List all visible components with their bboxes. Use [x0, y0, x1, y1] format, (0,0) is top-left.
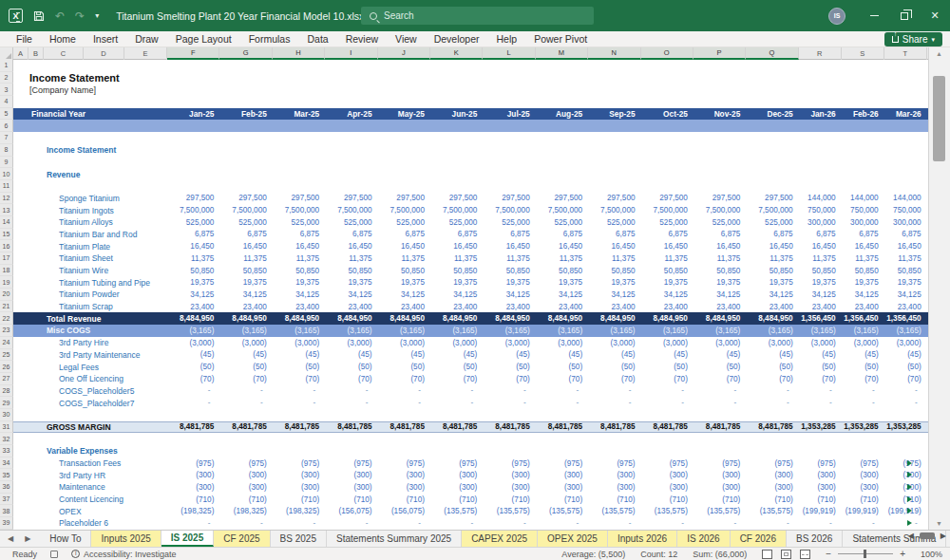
column-header-M[interactable]: M	[536, 47, 588, 60]
column-header-J[interactable]: J	[378, 47, 430, 60]
cell-H35[interactable]: (300)	[273, 471, 325, 479]
row-label-39[interactable]: Placeholder 6	[13, 518, 167, 528]
cell-H29[interactable]: -	[273, 399, 325, 407]
cell-I17[interactable]: 11,375	[325, 254, 377, 263]
column-header-D[interactable]: D	[84, 47, 124, 60]
cell-F15[interactable]: 6,875	[167, 230, 219, 238]
cell-K28[interactable]: -	[430, 386, 483, 395]
row-header-31[interactable]: 31	[0, 421, 13, 434]
cell-N39[interactable]: -	[588, 519, 640, 528]
accessibility-status[interactable]: Accessibility: Investigate	[71, 550, 177, 559]
cell-T17[interactable]: 11,375	[884, 254, 927, 263]
column-header-P[interactable]: P	[694, 47, 746, 60]
cell-I19[interactable]: 19,375	[325, 278, 377, 287]
cell-K22[interactable]: 8,484,950	[430, 314, 483, 323]
zoom-level[interactable]: 100%	[921, 550, 942, 559]
cell-H12[interactable]: 297,500	[273, 194, 325, 202]
cell-J24[interactable]: (3,000)	[378, 339, 430, 347]
hscroll-right-icon[interactable]: ▶	[940, 532, 946, 540]
cell-M19[interactable]: 19,375	[536, 278, 588, 287]
column-header-K[interactable]: K	[430, 47, 483, 60]
cell-M24[interactable]: (3,000)	[536, 339, 588, 347]
cell-M22[interactable]: 8,484,950	[536, 314, 588, 323]
cell-N24[interactable]: (3,000)	[588, 339, 640, 347]
row-label-2[interactable]: Income Statement	[13, 72, 167, 84]
cell-S18[interactable]: 50,850	[842, 267, 884, 275]
cell-N27[interactable]: (70)	[588, 375, 640, 383]
cell-T34[interactable]: (975)	[884, 459, 927, 468]
cell-F26[interactable]: (50)	[167, 363, 219, 371]
row-label-20[interactable]: Titanium Powder	[13, 289, 167, 299]
cell-G20[interactable]: 34,125	[219, 290, 272, 299]
cell-F23[interactable]: (3,165)	[167, 327, 219, 335]
row-label-14[interactable]: Titanium Alloys	[13, 217, 167, 227]
sheet-tab-inputs-2025[interactable]: Inputs 2025	[91, 531, 161, 547]
cell-N23[interactable]: (3,165)	[588, 327, 640, 335]
cell-I13[interactable]: 7,500,000	[325, 206, 377, 215]
cell-S25[interactable]: (45)	[842, 350, 884, 359]
cell-Q21[interactable]: 23,400	[746, 303, 798, 311]
row-label-29[interactable]: COGS_Placeholder7	[13, 399, 167, 408]
cell-F21[interactable]: 23,400	[167, 303, 219, 311]
column-header-O[interactable]: O	[641, 47, 694, 60]
cell-I25[interactable]: (45)	[325, 350, 377, 359]
cell-I22[interactable]: 8,484,950	[325, 314, 377, 323]
cell-P20[interactable]: 34,125	[694, 290, 746, 299]
cell-T16[interactable]: 16,450	[884, 242, 927, 251]
ribbon-tab-view[interactable]: View	[387, 31, 426, 47]
cell-K24[interactable]: (3,000)	[430, 339, 483, 347]
scroll-up-icon[interactable]: ▲	[936, 50, 942, 57]
sheet-grid[interactable]: 12Income Statement3[Company Name]45Finan…	[0, 60, 928, 530]
column-header-Q[interactable]: Q	[746, 47, 798, 60]
cell-O15[interactable]: 6,875	[641, 230, 694, 238]
cell-Q14[interactable]: 525,000	[746, 218, 798, 227]
cell-P17[interactable]: 11,375	[694, 254, 746, 263]
cell-F28[interactable]: -	[167, 386, 219, 395]
cell-R37[interactable]: (710)	[799, 495, 842, 504]
cell-K27[interactable]: (70)	[430, 375, 483, 383]
cell-S15[interactable]: 6,875	[842, 230, 884, 238]
cell-O14[interactable]: 525,000	[641, 218, 694, 227]
row-label-16[interactable]: Titanium Plate	[13, 242, 167, 252]
row-header-8[interactable]: 8	[0, 144, 13, 157]
row-label-25[interactable]: 3rd Party Maintenance	[13, 350, 167, 360]
cell-F22[interactable]: 8,484,950	[167, 314, 219, 323]
cell-N16[interactable]: 16,450	[588, 242, 640, 251]
qat-customize-icon[interactable]: ▾	[95, 10, 99, 22]
row-label-34[interactable]: Transaction Fees	[13, 458, 167, 468]
cell-R14[interactable]: 300,000	[799, 218, 842, 227]
cell-F18[interactable]: 50,850	[167, 267, 219, 275]
month-header-Nov-25[interactable]: Nov-25	[694, 109, 746, 119]
cell-Q35[interactable]: (300)	[746, 471, 798, 479]
vertical-scrollbar[interactable]: ▲ ▼	[928, 47, 950, 530]
cell-N29[interactable]: -	[588, 399, 640, 407]
cell-F17[interactable]: 11,375	[167, 254, 219, 263]
cell-Q25[interactable]: (45)	[746, 350, 798, 359]
row-label-35[interactable]: 3rd Party HR	[13, 471, 167, 480]
row-header-30[interactable]: 30	[0, 409, 13, 421]
cell-R39[interactable]: -	[799, 519, 842, 528]
cell-K17[interactable]: 11,375	[430, 254, 483, 263]
cell-L20[interactable]: 34,125	[483, 290, 535, 299]
cell-G19[interactable]: 19,375	[219, 278, 272, 287]
cell-O12[interactable]: 297,500	[641, 194, 694, 202]
cell-S31[interactable]: 1,353,285	[842, 422, 884, 431]
cell-Q23[interactable]: (3,165)	[746, 327, 798, 335]
cell-N37[interactable]: (710)	[588, 495, 640, 504]
ribbon-tab-help[interactable]: Help	[488, 31, 526, 47]
row-header-19[interactable]: 19	[0, 276, 13, 289]
cell-M29[interactable]: -	[536, 399, 588, 407]
row-label-15[interactable]: Titanium Bar and Rod	[13, 230, 167, 239]
cell-I21[interactable]: 23,400	[325, 303, 377, 311]
row-header-17[interactable]: 17	[0, 252, 13, 265]
cell-J31[interactable]: 8,481,785	[378, 422, 430, 431]
cell-R19[interactable]: 19,375	[799, 278, 842, 287]
cell-L39[interactable]: -	[483, 519, 535, 528]
share-button[interactable]: Share ▾	[884, 32, 942, 47]
cell-P24[interactable]: (3,000)	[694, 339, 746, 347]
cell-G17[interactable]: 11,375	[219, 254, 272, 263]
cell-P18[interactable]: 50,850	[694, 267, 746, 275]
cell-F25[interactable]: (45)	[167, 350, 219, 359]
cell-S27[interactable]: (70)	[842, 375, 884, 383]
cell-O23[interactable]: (3,165)	[641, 327, 694, 335]
